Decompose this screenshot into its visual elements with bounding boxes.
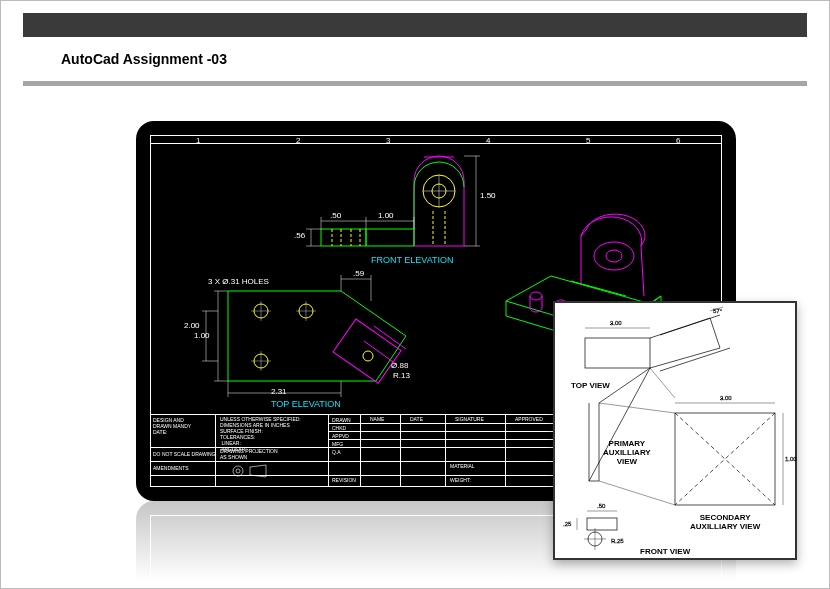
dim-plate-top: .59 [353, 269, 364, 278]
tb-rev: REVISION [332, 477, 356, 483]
tb-r2: CHKD [332, 425, 346, 431]
col-4: 4 [486, 136, 490, 145]
tb-r3: APPVD [332, 433, 349, 439]
tb-noscale: DO NOT SCALE DRAWING [153, 451, 216, 457]
tb-c2a: UNLESS OTHERWISE SPECIFIED: DIMENSIONS A… [220, 416, 301, 452]
svg-text:3.00: 3.00 [720, 395, 732, 401]
top-elevation: 3 X Ø.31 HOLES 2.00 1.00 2.31 .59 Ø.88 R… [216, 281, 436, 401]
inset-front-view: FRONT VIEW [640, 547, 690, 556]
dim-fe-w2: 1.00 [378, 211, 394, 220]
tb-sc: DRAWING PROJECTION AS SHOWN [220, 448, 278, 460]
svg-point-51 [233, 466, 243, 476]
header-bar [23, 13, 807, 37]
svg-line-67 [599, 403, 675, 413]
svg-line-55 [660, 348, 730, 371]
tb-weight: WEIGHT: [450, 477, 471, 483]
col-6: 6 [676, 136, 680, 145]
dim-plate-bot: 2.31 [271, 387, 287, 396]
svg-rect-70 [587, 518, 617, 530]
front-elevation: .50 1.00 1.50 .56 FRONT ELEVATION [306, 151, 516, 271]
dim-fe-h: 1.50 [480, 191, 496, 200]
svg-line-68 [599, 481, 675, 505]
holes-note: 3 X Ø.31 HOLES [208, 277, 269, 286]
dim-plate-h2: 1.00 [194, 331, 210, 340]
svg-text:3.00: 3.00 [610, 320, 622, 326]
title-underline [23, 81, 807, 86]
inset-top-view: TOP VIEW [571, 381, 610, 390]
dim-fe-t: .56 [294, 231, 305, 240]
svg-point-48 [606, 250, 622, 262]
svg-point-34 [363, 351, 373, 361]
col-5: 5 [586, 136, 590, 145]
svg-line-32 [374, 326, 406, 349]
svg-text:.25: .25 [563, 521, 572, 527]
col-3: 3 [386, 136, 390, 145]
svg-text:.50: .50 [597, 503, 606, 509]
svg-text:1.00: 1.00 [785, 456, 797, 462]
dim-plate-ang1: Ø.88 [391, 361, 408, 370]
tb-c3b: DATE [410, 416, 423, 422]
col-2: 2 [296, 136, 300, 145]
tb-c1a: DESIGN AND DRAWN MANDY DATE: [153, 417, 191, 435]
page-title: AutoCad Assignment -03 [61, 51, 227, 67]
inset-secondary: SECONDARY AUXILLIARY VIEW [690, 513, 760, 531]
dim-plate-h1: 2.00 [184, 321, 200, 330]
svg-rect-53 [585, 338, 650, 368]
svg-text:R.25: R.25 [611, 538, 624, 544]
tb-mat: MATERIAL [450, 463, 475, 469]
svg-text:57°: 57° [713, 308, 723, 314]
front-elevation-label: FRONT ELEVATION [371, 255, 454, 265]
svg-point-52 [236, 469, 240, 473]
svg-point-47 [594, 242, 634, 270]
tb-c3c: SIGNATURE [455, 416, 484, 422]
tb-c3a: NAME [370, 416, 384, 422]
tb-amend: AMENDMENTS [153, 465, 189, 471]
cad-column-rule [150, 143, 722, 144]
tb-c4a: APPROVED [515, 416, 543, 422]
tb-r1: DRAWN [332, 417, 351, 423]
dim-fe-w1: .50 [330, 211, 341, 220]
top-elevation-label: TOP ELEVATION [271, 399, 341, 409]
dim-plate-ang2: R.13 [393, 371, 410, 380]
svg-line-54 [660, 315, 720, 335]
tb-r4: MFG [332, 441, 343, 447]
document-page: AutoCad Assignment -03 1 2 3 4 5 6 [0, 0, 830, 589]
tb-r5: Q.A [332, 449, 341, 455]
col-1: 1 [196, 136, 200, 145]
svg-line-69 [650, 368, 675, 398]
inset-drawing: 3.00 57° 1.00 3.00 [553, 301, 797, 560]
inset-primary: PRIMARY AUXILLIARY VIEW [603, 439, 651, 466]
svg-point-49 [530, 292, 542, 300]
